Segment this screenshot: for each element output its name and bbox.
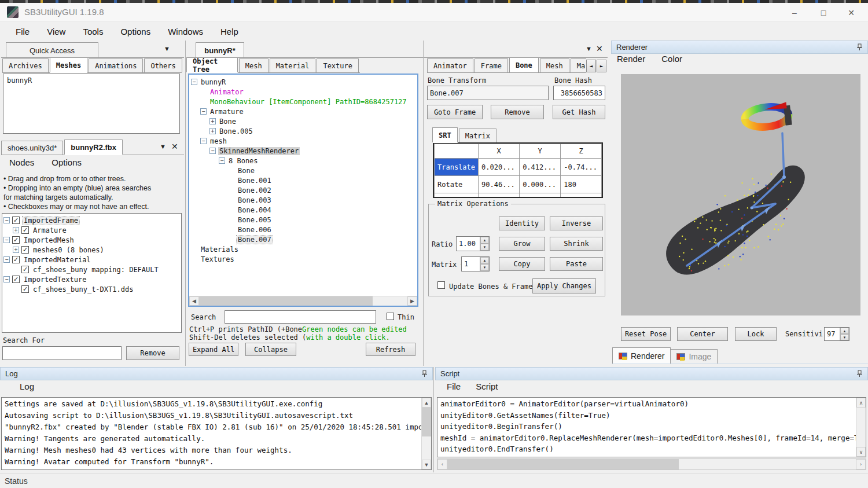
spin-up-icon[interactable]: ▲: [480, 237, 489, 244]
tree-node[interactable]: +✓meshes0 (8 bones): [3, 245, 180, 255]
tree-node[interactable]: −mesh: [191, 136, 415, 146]
value-cell[interactable]: -0.74...: [561, 159, 602, 176]
animator-doc-tab[interactable]: bunnyR*: [196, 42, 244, 58]
subtab[interactable]: Others: [144, 58, 182, 72]
expand-all-button[interactable]: Expand All: [189, 343, 238, 356]
value-cell[interactable]: 0.412...: [520, 159, 561, 176]
tree-node[interactable]: −✓ImportedFrame: [3, 215, 180, 225]
copy-button[interactable]: Copy: [499, 257, 545, 271]
editor-tabs-dropdown-icon[interactable]: ▼: [160, 143, 166, 150]
maximize-button[interactable]: □: [810, 3, 837, 22]
scroll-up-icon[interactable]: ▲: [422, 398, 431, 408]
menu-item[interactable]: View: [38, 24, 74, 39]
close-button[interactable]: ✕: [838, 3, 865, 22]
tree-node[interactable]: −Armature: [191, 107, 415, 116]
animator-tab[interactable]: Material: [270, 58, 316, 72]
scroll-down-icon[interactable]: ∨: [856, 447, 866, 457]
expand-icon[interactable]: +: [13, 247, 19, 253]
subtab[interactable]: Meshes: [50, 57, 87, 72]
animator-tab[interactable]: Mesh: [239, 58, 269, 72]
scroll-down-icon[interactable]: ▼: [422, 460, 431, 469]
update-bones-checkbox[interactable]: [437, 281, 445, 289]
node-checkbox[interactable]: ✓: [21, 226, 29, 234]
mode-tab[interactable]: Mesh: [540, 58, 569, 72]
menu-item[interactable]: Options: [112, 24, 159, 39]
renderer-menu-item[interactable]: Color: [661, 54, 682, 64]
tree-node[interactable]: Bone.004: [191, 205, 415, 215]
goto-frame-button[interactable]: Goto Frame: [427, 105, 483, 119]
pin-icon[interactable]: [856, 43, 863, 51]
fbx-menu-item[interactable]: Options: [52, 157, 82, 167]
expand-icon[interactable]: +: [13, 227, 19, 233]
bone-transform-field[interactable]: Bone.007: [427, 86, 549, 100]
node-checkbox[interactable]: ✓: [21, 246, 29, 254]
pin-icon[interactable]: [856, 370, 863, 377]
tab-renderer[interactable]: Renderer: [612, 347, 671, 364]
row-label-cell[interactable]: Translate: [435, 159, 479, 176]
collapse-icon[interactable]: −: [209, 148, 216, 154]
scroll-left-icon[interactable]: ‹: [437, 459, 447, 469]
script-editor[interactable]: animatorEditor0 = AnimatorEditor(parser=…: [437, 397, 866, 457]
animator-tab[interactable]: Texture: [317, 58, 359, 72]
editor-tabs-close-icon[interactable]: ✕: [171, 142, 178, 151]
lock-button[interactable]: Lock: [735, 327, 777, 341]
get-hash-button[interactable]: Get Hash: [553, 105, 605, 119]
node-checkbox[interactable]: ✓: [12, 217, 20, 224]
subtab[interactable]: Archives: [2, 58, 49, 72]
row-label-cell[interactable]: Rotate: [435, 176, 479, 193]
remove-bone-button[interactable]: Remove: [491, 105, 544, 119]
reset-pose-button[interactable]: Reset Pose: [621, 327, 671, 341]
value-cell[interactable]: 0.999: [520, 193, 561, 199]
pin-icon[interactable]: [421, 370, 428, 377]
scroll-thumb[interactable]: [199, 296, 373, 306]
value-cell[interactable]: 0.020...: [479, 159, 520, 176]
shrink-button[interactable]: Shrink: [550, 237, 603, 251]
value-cell[interactable]: 180: [561, 176, 602, 193]
tree-node[interactable]: Bone: [191, 166, 415, 175]
doc-dropdown-icon[interactable]: ▼: [586, 45, 592, 52]
mode-tab[interactable]: Bone: [509, 58, 539, 72]
renderer-menu-item[interactable]: Render: [617, 54, 645, 64]
spin-down-icon[interactable]: ▼: [480, 264, 489, 271]
menu-item[interactable]: File: [7, 24, 38, 39]
log-menu-item[interactable]: Log: [20, 381, 34, 391]
quick-access-dropdown-icon[interactable]: ▼: [164, 45, 170, 52]
value-cell[interactable]: 0.999: [479, 193, 520, 199]
tree-node[interactable]: MonoBehaviour [ItemComponent] PathID=868…: [191, 97, 415, 107]
ratio-spinner[interactable]: 1.00 ▲▼: [456, 236, 490, 251]
collapse-icon[interactable]: −: [3, 276, 10, 282]
scroll-right-icon[interactable]: ›: [856, 459, 866, 469]
collapse-icon[interactable]: −: [3, 217, 10, 223]
node-checkbox[interactable]: ✓: [21, 266, 29, 273]
minimize-button[interactable]: –: [781, 3, 808, 22]
tree-node[interactable]: Bone.003: [191, 195, 415, 205]
tree-node[interactable]: Bone.007: [191, 234, 415, 244]
tree-node[interactable]: Materials: [191, 244, 415, 254]
srt-tab[interactable]: SRT: [432, 127, 458, 142]
bone-hash-field[interactable]: 3856650583: [553, 86, 605, 100]
quick-access-tab[interactable]: Quick Access: [6, 42, 98, 58]
tree-node[interactable]: Bone.005: [191, 215, 415, 225]
tree-node[interactable]: Bone.006: [191, 225, 415, 234]
scroll-left-icon[interactable]: ◀: [189, 296, 199, 306]
srt-tab[interactable]: Matrix: [459, 129, 496, 142]
inverse-button[interactable]: Inverse: [550, 217, 603, 230]
value-cell[interactable]: 0.000...: [520, 176, 561, 193]
spin-up-icon[interactable]: ▲: [480, 257, 489, 264]
tree-node[interactable]: Bone.002: [191, 185, 415, 195]
log-output[interactable]: Settings are saved at D:\illusion\SB3UGS…: [1, 397, 432, 470]
tree-node[interactable]: −8 Bones: [191, 156, 415, 166]
tree-node[interactable]: +Bone.005: [191, 126, 415, 136]
refresh-button[interactable]: Refresh: [366, 343, 415, 356]
menu-item[interactable]: Help: [212, 24, 247, 39]
collapse-icon[interactable]: −: [3, 256, 10, 263]
document-tab[interactable]: shoes.unity3d*: [1, 141, 63, 155]
script-menu-item[interactable]: File: [447, 381, 461, 391]
scroll-right-icon[interactable]: ▶: [407, 296, 417, 306]
tree-node[interactable]: +✓Armature: [3, 225, 180, 235]
matrix-number-spinner[interactable]: 1 ▲▼: [461, 256, 490, 271]
scroll-up-icon[interactable]: ∧: [856, 398, 866, 408]
script-menu-item[interactable]: Script: [476, 381, 498, 391]
tree-search-input[interactable]: [225, 310, 376, 324]
mode-tab[interactable]: Frame: [475, 58, 508, 72]
